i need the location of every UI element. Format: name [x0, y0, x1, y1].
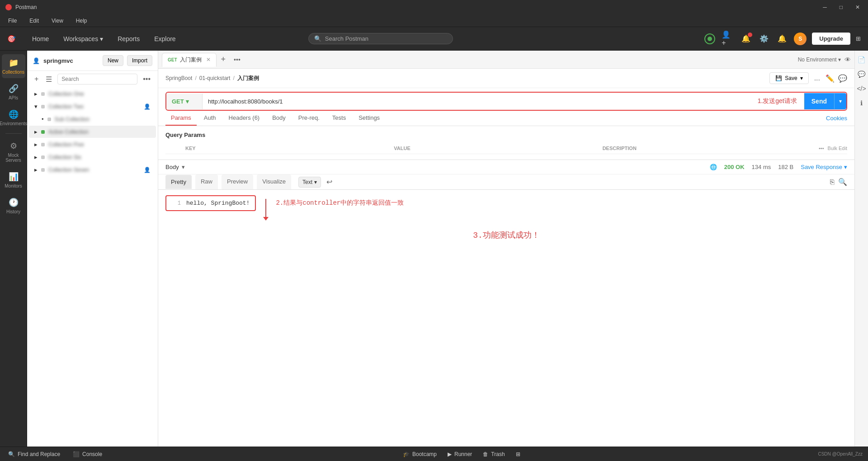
params-more-btn[interactable]: ••• [819, 146, 824, 151]
new-button[interactable]: New [103, 55, 123, 66]
send-button[interactable]: Send [804, 93, 834, 109]
trash-btn[interactable]: 🗑 Trash [480, 450, 507, 458]
url-input[interactable] [203, 94, 750, 109]
collection-search[interactable] [57, 74, 137, 85]
sidebar-item-apis[interactable]: 🔗 APIs [2, 80, 25, 104]
body-chevron-icon[interactable]: ▾ [182, 164, 185, 170]
notifications-icon[interactable]: 🔔 [776, 33, 788, 45]
collection-dot [47, 118, 51, 121]
settings-icon[interactable]: ⚙️ [758, 33, 770, 45]
share-icon: 👤 [144, 167, 151, 173]
method-select[interactable]: GET ▾ [166, 94, 203, 109]
find-replace-btn[interactable]: 🔍 Find and Replace [5, 450, 63, 458]
collection-name: Sub Collection [55, 116, 151, 122]
annotation-2: 2.结果与controller中的字符串返回值一致 [276, 199, 404, 207]
status-size: 182 B [778, 164, 793, 170]
sidebar-item-history[interactable]: 🕐 History [2, 194, 25, 218]
left-panel-header: 👤 springmvc New Import [27, 51, 158, 71]
resp-tab-preview[interactable]: Preview [222, 174, 253, 189]
bootcamp-btn[interactable]: 🎓 Bootcamp [400, 450, 439, 458]
save-button[interactable]: 💾 Save ▾ [769, 72, 808, 84]
list-item[interactable]: ▸ Collection Seven 👤 [29, 164, 156, 176]
send-dropdown-btn[interactable]: ▾ [834, 94, 846, 109]
close-btn[interactable]: ✕ [853, 3, 863, 11]
wrap-icon[interactable]: ↩ [326, 178, 332, 186]
console-btn[interactable]: ⬛ Console [70, 450, 105, 458]
list-item[interactable]: • Sub Collection [29, 113, 156, 125]
menu-file[interactable]: File [5, 17, 19, 25]
comment-icon[interactable]: 💬 [838, 74, 847, 83]
sync-icon[interactable] [703, 33, 716, 45]
nav-explore[interactable]: Explore [149, 33, 181, 45]
req-tab-auth[interactable]: Auth [198, 111, 222, 126]
response-line: 1 hello, SpringBoot! [172, 200, 250, 207]
expand-icon: ⊞ [516, 451, 520, 457]
resp-tab-visualize[interactable]: Visualize [257, 174, 291, 189]
nav-workspaces[interactable]: Workspaces ▾ [58, 33, 108, 45]
more-btn[interactable]: ••• [141, 74, 152, 84]
upgrade-button[interactable]: Upgrade [812, 33, 850, 45]
save-response-btn[interactable]: Save Response ▾ [801, 164, 847, 170]
new-tab-btn[interactable]: + [217, 54, 230, 65]
req-tab-settings[interactable]: Settings [353, 111, 385, 126]
sidebar-item-collections[interactable]: 📁 Collections [2, 54, 25, 78]
menu-edit[interactable]: Edit [27, 17, 42, 25]
eye-icon[interactable]: 👁 [844, 56, 851, 63]
tab-close-btn[interactable]: ✕ [206, 56, 211, 63]
no-environment-select[interactable]: No Environment ▾ [798, 56, 841, 63]
add-collection-btn[interactable]: + [33, 74, 40, 84]
right-panel-info-btn[interactable]: ℹ [856, 98, 867, 108]
tab-active[interactable]: GET 入门案例 ✕ [162, 53, 217, 67]
runner-btn[interactable]: ▶ Runner [445, 450, 475, 458]
send-wrapper: Send ▾ [804, 93, 846, 109]
sidebar-item-environments[interactable]: 🌐 Environments [2, 106, 25, 130]
req-tab-body[interactable]: Body [267, 111, 291, 126]
sidebar-item-mock-servers[interactable]: ⚙ Mock Servers [2, 137, 25, 166]
list-item[interactable]: ▸ Active Collection [29, 126, 156, 138]
list-item[interactable]: ▸ Collection One [29, 88, 156, 100]
search-response-btn[interactable]: 🔍 [838, 178, 847, 186]
add-user-icon[interactable]: 👤+ [722, 33, 734, 45]
annotation-2-container: 2.结果与controller中的字符串返回值一致 [276, 195, 404, 207]
req-tab-headers[interactable]: Headers (6) [223, 111, 265, 126]
req-tab-prereq[interactable]: Pre-req. [293, 111, 325, 126]
filter-btn[interactable]: ☰ [44, 74, 54, 85]
more-actions-btn[interactable]: ... [812, 73, 822, 83]
nav-home[interactable]: Home [27, 33, 54, 45]
right-panel-code-btn[interactable]: </> [856, 83, 867, 94]
bell-icon[interactable]: 🔔 [740, 33, 752, 45]
main-content: GET 入门案例 ✕ + ••• No Environment ▾ 👁 Spri… [158, 51, 854, 447]
menu-view[interactable]: View [49, 17, 66, 25]
sidebar: 📁 Collections 🔗 APIs 🌐 Environments ⚙ Mo… [0, 51, 27, 447]
resp-format-select[interactable]: Text ▾ [298, 177, 321, 188]
collection-dot [41, 105, 45, 108]
resp-tab-pretty[interactable]: Pretty [165, 175, 192, 189]
resp-tab-raw[interactable]: Raw [195, 174, 218, 189]
list-item[interactable]: ▸ Collection Five [29, 138, 156, 151]
req-tab-params[interactable]: Params [165, 111, 197, 126]
list-item[interactable]: ▾ Collection Two 👤 [29, 100, 156, 113]
list-item[interactable]: ▸ Collection Six [29, 151, 156, 163]
bulk-edit-btn[interactable]: Bulk Edit [828, 146, 847, 151]
minimize-btn[interactable]: ─ [820, 3, 830, 11]
search-bar[interactable]: 🔍 Search Postman [308, 33, 453, 44]
breadcrumb-quickstart[interactable]: 01-quickstart [199, 75, 231, 81]
save-dropdown-icon[interactable]: ▾ [800, 75, 803, 81]
avatar[interactable]: S [794, 33, 807, 45]
sidebar-item-monitors[interactable]: 📊 Monitors [2, 168, 25, 192]
right-panel-comments-btn[interactable]: 💬 [856, 69, 867, 80]
import-button[interactable]: Import [127, 55, 152, 66]
expand-bottom-btn[interactable]: ⊞ [513, 450, 523, 458]
cookies-link[interactable]: Cookies [826, 115, 847, 122]
trash-icon: 🗑 [483, 451, 488, 457]
maximize-btn[interactable]: □ [837, 3, 845, 11]
menu-help[interactable]: Help [73, 17, 90, 25]
tabs-more-btn[interactable]: ••• [230, 55, 244, 64]
copy-response-btn[interactable]: ⎘ [830, 178, 835, 186]
right-panel-docs-btn[interactable]: 📄 [856, 54, 867, 65]
req-tab-tests[interactable]: Tests [327, 111, 351, 126]
expand-icon[interactable]: ⊞ [856, 35, 861, 42]
breadcrumb-springboot[interactable]: SpringBoot [165, 75, 192, 81]
nav-reports[interactable]: Reports [112, 33, 145, 45]
edit-icon[interactable]: ✏️ [826, 74, 835, 83]
